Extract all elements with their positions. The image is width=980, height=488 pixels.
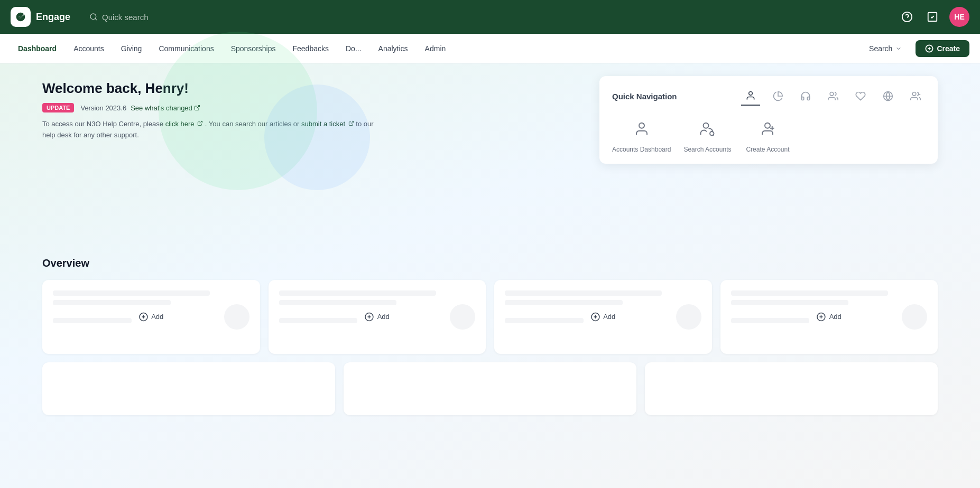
svg-point-12	[830, 92, 834, 96]
nav-item-do[interactable]: Do...	[338, 41, 369, 56]
overview-card-3: Add	[494, 280, 712, 354]
svg-point-15	[912, 92, 916, 96]
overview-title: Overview	[42, 257, 938, 269]
card-avatar-1	[224, 304, 249, 330]
quick-nav-tab-sponsorships[interactable]	[824, 87, 843, 106]
quick-search-label: Quick search	[102, 13, 149, 22]
logo-wrap[interactable]: Engage	[11, 7, 70, 27]
card-add-button-1[interactable]: Add	[138, 312, 163, 322]
skeleton-11	[731, 300, 849, 305]
card-add-button-2[interactable]: Add	[365, 312, 390, 322]
search-accounts-label: Search Accounts	[683, 146, 731, 153]
svg-point-11	[749, 92, 753, 96]
overview-cards-row1: Add Add	[42, 280, 938, 354]
skeleton-7	[505, 290, 662, 296]
card-avatar-2	[450, 304, 475, 330]
overview-card-6	[344, 362, 636, 415]
card-add-button-4[interactable]: Add	[817, 312, 842, 322]
quick-nav-title: Quick Navigation	[612, 92, 677, 101]
svg-point-17	[639, 123, 644, 128]
quick-nav-actions: Accounts Dashboard Search Accounts	[612, 116, 925, 153]
search-button[interactable]: Search	[862, 41, 909, 56]
quick-action-create-account[interactable]: Create Account	[744, 116, 791, 153]
skeleton-1	[53, 290, 210, 296]
overview-card-2: Add	[269, 280, 486, 354]
overview-card-1: Add	[42, 280, 260, 354]
skeleton-5	[279, 300, 397, 305]
quick-nav-tab-icons	[686, 87, 925, 106]
accounts-dashboard-icon	[629, 116, 654, 142]
search-label: Search	[869, 44, 892, 53]
skeleton-9	[505, 318, 584, 323]
skeleton-8	[505, 300, 623, 305]
search-accounts-icon	[695, 116, 720, 142]
quick-nav-header: Quick Navigation	[612, 87, 925, 106]
app-name: Engage	[36, 12, 70, 23]
quick-action-search-accounts[interactable]: Search Accounts	[683, 116, 731, 153]
quick-nav-tab-giving[interactable]	[769, 87, 788, 106]
navbar: Dashboard Accounts Giving Communications…	[0, 34, 980, 63]
skeleton-12	[731, 318, 810, 323]
quick-nav-tab-admin[interactable]	[906, 87, 925, 106]
svg-line-20	[713, 135, 714, 136]
quick-nav-tab-favourites[interactable]	[851, 87, 870, 106]
task-icon[interactable]	[924, 8, 941, 25]
svg-point-21	[765, 123, 770, 128]
navbar-right: Search Create	[862, 40, 969, 57]
app-logo	[11, 7, 31, 27]
update-badge: UPDATE	[42, 103, 74, 112]
nav-item-analytics[interactable]: Analytics	[371, 41, 415, 56]
quick-nav-tab-settings[interactable]	[879, 87, 898, 106]
accounts-dashboard-label: Accounts Dashboard	[612, 146, 671, 153]
topbar-right: HE	[899, 7, 969, 27]
card-avatar-4	[902, 304, 927, 330]
quick-navigation-card: Quick Navigation	[599, 76, 938, 164]
nav-item-admin[interactable]: Admin	[418, 41, 454, 56]
version-text: Version 2023.6	[80, 104, 126, 112]
card-add-button-3[interactable]: Add	[590, 312, 615, 322]
quick-search-button[interactable]: Quick search	[89, 13, 149, 22]
nav-item-giving[interactable]: Giving	[114, 41, 150, 56]
overview-card-5	[42, 362, 335, 415]
svg-point-18	[704, 123, 709, 128]
skeleton-3	[53, 318, 132, 323]
create-account-icon	[755, 116, 780, 142]
quick-action-accounts-dashboard[interactable]: Accounts Dashboard	[612, 116, 671, 153]
help-icon[interactable]	[899, 8, 916, 25]
skeleton-10	[731, 290, 888, 296]
svg-line-1	[95, 18, 97, 20]
card-avatar-3	[676, 304, 701, 330]
overview-card-4: Add	[720, 280, 938, 354]
bg-shape-2	[264, 85, 370, 190]
main-content: Welcome back, Henry! UPDATE Version 2023…	[0, 63, 980, 488]
topbar: Engage Quick search HE	[0, 0, 980, 34]
skeleton-2	[53, 300, 171, 305]
overview-card-7	[645, 362, 938, 415]
nav-item-dashboard[interactable]: Dashboard	[11, 41, 64, 56]
skeleton-4	[279, 290, 436, 296]
create-button[interactable]: Create	[916, 40, 969, 57]
svg-point-0	[90, 14, 96, 20]
overview-cards-row2	[42, 362, 938, 415]
user-avatar[interactable]: HE	[949, 7, 969, 27]
quick-nav-tab-accounts[interactable]	[741, 87, 760, 106]
skeleton-6	[279, 318, 358, 323]
overview-section: Overview Add	[42, 257, 938, 415]
create-account-label: Create Account	[746, 146, 789, 153]
quick-nav-tab-communications[interactable]	[796, 87, 815, 106]
create-label: Create	[937, 44, 960, 53]
nav-item-accounts[interactable]: Accounts	[66, 41, 112, 56]
